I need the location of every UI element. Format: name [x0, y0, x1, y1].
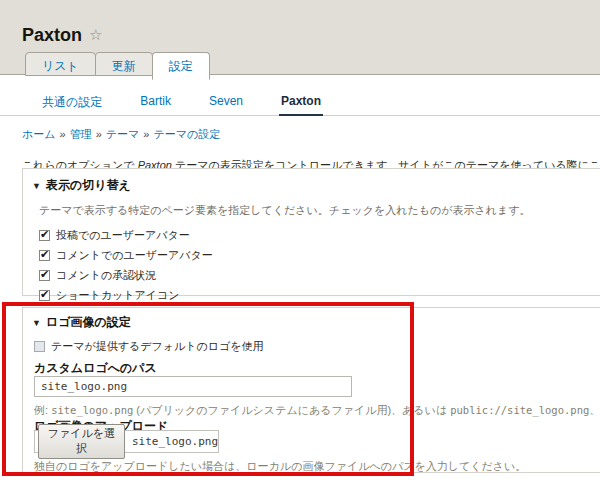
theme-settings-page: Paxton☆ リスト 更新 設定 共通の設定 Bartik Seven Pax…	[0, 0, 600, 482]
collapse-arrow-icon: ▼	[32, 318, 41, 328]
subtab-bartik[interactable]: Bartik	[138, 92, 173, 116]
breadcrumb-admin[interactable]: 管理	[70, 128, 92, 140]
display-toggle-legend-text: 表示の切り替え	[46, 178, 131, 192]
logo-upload-file-input[interactable]: ファイルを選択 site_logo.png	[34, 430, 219, 453]
checkbox-row-default-logo: テーマが提供するデフォルトのロゴを使用	[34, 340, 264, 353]
breadcrumb: ホーム»管理»テーマ»テーマの設定	[22, 127, 220, 142]
comment-approval-label: コメントの承認状況	[56, 268, 156, 283]
secondary-tabs: 共通の設定 Bartik Seven Paxton	[0, 92, 600, 116]
default-logo-label: テーマが提供するデフォルトのロゴを使用	[51, 339, 264, 354]
display-toggle-legend[interactable]: ▼表示の切り替え	[32, 177, 600, 194]
shortcut-icon-label: ショートカットアイコン	[56, 288, 180, 303]
choose-file-button[interactable]: ファイルを選択	[38, 424, 125, 459]
logo-settings-fieldset: ▼ロゴ画像の設定 テーマが提供するデフォルトのロゴを使用 カスタムロゴへのパス …	[22, 307, 600, 473]
checkbox-row-post-avatar: 投稿でのユーザーアバター	[39, 229, 600, 242]
breadcrumb-separator: »	[60, 128, 66, 140]
tab-update[interactable]: 更新	[95, 52, 153, 76]
page-title-text: Paxton	[22, 25, 82, 45]
checkbox-row-shortcut-icon: ショートカットアイコン	[39, 289, 600, 302]
subtab-seven[interactable]: Seven	[207, 92, 245, 116]
logo-settings-legend-text: ロゴ画像の設定	[46, 315, 131, 329]
post-avatar-label: 投稿でのユーザーアバター	[56, 228, 190, 243]
breadcrumb-separator: »	[143, 128, 149, 140]
desc-code-public-uri: public://site_logo.png	[450, 404, 589, 416]
default-logo-checkbox[interactable]	[34, 341, 45, 352]
display-toggle-fieldset: ▼表示の切り替え テーマで表示する特定のページ要素を指定してください。チェックを…	[22, 168, 600, 296]
breadcrumb-home[interactable]: ホーム	[22, 128, 56, 140]
page-title: Paxton☆	[22, 25, 102, 46]
comment-approval-checkbox[interactable]	[39, 270, 50, 281]
breadcrumb-themes[interactable]: テーマ	[106, 128, 140, 140]
primary-tabs: リスト 更新 設定	[25, 52, 209, 80]
logo-settings-legend[interactable]: ▼ロゴ画像の設定	[32, 314, 131, 331]
checkbox-row-comment-avatar: コメントでのユーザーアバター	[39, 249, 600, 262]
checkbox-row-comment-approval: コメントの承認状況	[39, 269, 600, 282]
subtab-paxton[interactable]: Paxton	[279, 92, 323, 116]
comment-avatar-label: コメントでのユーザーアバター	[56, 248, 213, 263]
tab-list[interactable]: リスト	[25, 52, 96, 76]
comment-avatar-checkbox[interactable]	[39, 250, 50, 261]
breadcrumb-theme-settings[interactable]: テーマの設定	[153, 128, 220, 140]
custom-logo-path-input[interactable]	[34, 376, 352, 397]
display-toggle-description: テーマで表示する特定のページ要素を指定してください。チェックを入れたものが表示さ…	[39, 203, 600, 218]
desc-mid1: (パブリックのファイルシステムにあるファイル用)、あるいは	[133, 404, 450, 416]
collapse-arrow-icon: ▼	[32, 181, 41, 191]
custom-logo-path-label: カスタムロゴへのパス	[34, 360, 157, 377]
shortcut-icon-checkbox[interactable]	[39, 290, 50, 301]
subtab-global-settings[interactable]: 共通の設定	[40, 92, 104, 116]
desc-prefix: 例:	[34, 404, 51, 416]
chosen-filename: site_logo.png	[132, 435, 218, 448]
breadcrumb-separator: »	[96, 128, 102, 140]
custom-logo-path-description: 例: site_logo.png (パブリックのファイルシステムにあるファイル用…	[34, 403, 600, 418]
post-avatar-checkbox[interactable]	[39, 230, 50, 241]
desc-mid2: 、もしくは	[589, 404, 600, 416]
logo-upload-description: 独自のロゴをアップロードしたい場合は、ローカルの画像ファイルへのパスを入力してく…	[34, 459, 526, 474]
desc-code-example: site_logo.png	[51, 404, 133, 416]
tab-settings[interactable]: 設定	[152, 52, 210, 80]
star-icon[interactable]: ☆	[89, 26, 102, 43]
